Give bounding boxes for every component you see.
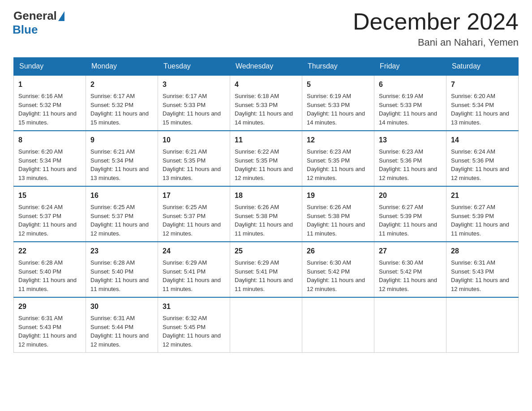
calendar-day-cell	[374, 297, 446, 353]
calendar-day-cell: 12Sunrise: 6:23 AMSunset: 5:35 PMDayligh…	[302, 131, 374, 186]
calendar-day-cell	[302, 297, 374, 353]
calendar-week-row: 1Sunrise: 6:16 AMSunset: 5:32 PMDaylight…	[14, 75, 519, 131]
calendar-week-row: 22Sunrise: 6:28 AMSunset: 5:40 PMDayligh…	[14, 242, 519, 297]
day-number: 23	[90, 246, 153, 257]
calendar-day-cell	[446, 297, 519, 353]
calendar-day-cell: 10Sunrise: 6:21 AMSunset: 5:35 PMDayligh…	[158, 131, 230, 186]
day-number: 29	[18, 301, 81, 312]
calendar-day-header: Tuesday	[158, 58, 230, 76]
calendar-day-cell: 14Sunrise: 6:24 AMSunset: 5:36 PMDayligh…	[446, 131, 519, 186]
calendar-day-cell: 7Sunrise: 6:20 AMSunset: 5:34 PMDaylight…	[446, 75, 519, 131]
day-number: 13	[379, 135, 442, 146]
calendar-day-cell: 29Sunrise: 6:31 AMSunset: 5:43 PMDayligh…	[14, 297, 86, 353]
calendar-day-cell: 9Sunrise: 6:21 AMSunset: 5:34 PMDaylight…	[86, 131, 158, 186]
location-subtitle: Bani an Nahari, Yemen	[353, 37, 519, 48]
calendar-day-cell	[230, 297, 302, 353]
logo-general-text: General	[13, 9, 57, 23]
page-header: General Blue December 2024 Bani an Nahar…	[13, 9, 519, 48]
calendar-day-cell: 21Sunrise: 6:27 AMSunset: 5:39 PMDayligh…	[446, 186, 519, 242]
calendar-day-cell: 24Sunrise: 6:29 AMSunset: 5:41 PMDayligh…	[158, 242, 230, 297]
calendar-day-cell: 6Sunrise: 6:19 AMSunset: 5:33 PMDaylight…	[374, 75, 446, 131]
day-number: 2	[90, 79, 153, 90]
day-number: 30	[90, 301, 153, 312]
calendar-day-header: Monday	[86, 58, 158, 76]
day-number: 7	[451, 79, 514, 90]
calendar-table: SundayMondayTuesdayWednesdayThursdayFrid…	[13, 57, 519, 353]
calendar-day-cell: 5Sunrise: 6:19 AMSunset: 5:33 PMDaylight…	[302, 75, 374, 131]
calendar-day-header: Friday	[374, 58, 446, 76]
day-number: 15	[18, 190, 81, 201]
day-number: 9	[90, 135, 153, 146]
day-number: 18	[235, 190, 297, 201]
calendar-day-header: Sunday	[14, 58, 86, 76]
calendar-week-row: 15Sunrise: 6:24 AMSunset: 5:37 PMDayligh…	[14, 186, 519, 242]
day-number: 16	[90, 190, 153, 201]
calendar-week-row: 8Sunrise: 6:20 AMSunset: 5:34 PMDaylight…	[14, 131, 519, 186]
day-number: 8	[18, 135, 81, 146]
title-section: December 2024 Bani an Nahari, Yemen	[353, 9, 519, 48]
calendar-day-cell: 8Sunrise: 6:20 AMSunset: 5:34 PMDaylight…	[14, 131, 86, 186]
month-title: December 2024	[353, 9, 519, 34]
calendar-day-cell: 11Sunrise: 6:22 AMSunset: 5:35 PMDayligh…	[230, 131, 302, 186]
calendar-day-cell: 22Sunrise: 6:28 AMSunset: 5:40 PMDayligh…	[14, 242, 86, 297]
day-number: 6	[379, 79, 442, 90]
day-number: 3	[163, 79, 225, 90]
calendar-day-cell: 26Sunrise: 6:30 AMSunset: 5:42 PMDayligh…	[302, 242, 374, 297]
day-number: 11	[235, 135, 297, 146]
day-number: 24	[163, 246, 225, 257]
day-number: 26	[307, 246, 369, 257]
calendar-day-cell: 17Sunrise: 6:25 AMSunset: 5:37 PMDayligh…	[158, 186, 230, 242]
calendar-day-cell: 19Sunrise: 6:26 AMSunset: 5:38 PMDayligh…	[302, 186, 374, 242]
calendar-day-cell: 20Sunrise: 6:27 AMSunset: 5:39 PMDayligh…	[374, 186, 446, 242]
day-number: 20	[379, 190, 442, 201]
day-number: 14	[451, 135, 514, 146]
logo: General Blue	[13, 9, 64, 37]
calendar-day-cell: 4Sunrise: 6:18 AMSunset: 5:33 PMDaylight…	[230, 75, 302, 131]
day-number: 28	[451, 246, 514, 257]
calendar-day-cell: 2Sunrise: 6:17 AMSunset: 5:32 PMDaylight…	[86, 75, 158, 131]
calendar-day-header: Thursday	[302, 58, 374, 76]
calendar-day-cell: 28Sunrise: 6:31 AMSunset: 5:43 PMDayligh…	[446, 242, 519, 297]
calendar-day-cell: 27Sunrise: 6:30 AMSunset: 5:42 PMDayligh…	[374, 242, 446, 297]
day-number: 25	[235, 246, 297, 257]
day-number: 4	[235, 79, 297, 90]
day-number: 17	[163, 190, 225, 201]
calendar-day-cell: 30Sunrise: 6:31 AMSunset: 5:44 PMDayligh…	[86, 297, 158, 353]
calendar-week-row: 29Sunrise: 6:31 AMSunset: 5:43 PMDayligh…	[14, 297, 519, 353]
calendar-day-cell: 16Sunrise: 6:25 AMSunset: 5:37 PMDayligh…	[86, 186, 158, 242]
day-number: 22	[18, 246, 81, 257]
calendar-day-cell: 23Sunrise: 6:28 AMSunset: 5:40 PMDayligh…	[86, 242, 158, 297]
calendar-day-cell: 13Sunrise: 6:23 AMSunset: 5:36 PMDayligh…	[374, 131, 446, 186]
day-number: 10	[163, 135, 225, 146]
calendar-day-cell: 31Sunrise: 6:32 AMSunset: 5:45 PMDayligh…	[158, 297, 230, 353]
day-number: 5	[307, 79, 369, 90]
calendar-day-cell: 1Sunrise: 6:16 AMSunset: 5:32 PMDaylight…	[14, 75, 86, 131]
calendar-day-cell: 25Sunrise: 6:29 AMSunset: 5:41 PMDayligh…	[230, 242, 302, 297]
calendar-day-header: Wednesday	[230, 58, 302, 76]
day-number: 21	[451, 190, 514, 201]
day-number: 12	[307, 135, 369, 146]
calendar-header-row: SundayMondayTuesdayWednesdayThursdayFrid…	[14, 58, 519, 76]
day-number: 27	[379, 246, 442, 257]
calendar-day-cell: 3Sunrise: 6:17 AMSunset: 5:33 PMDaylight…	[158, 75, 230, 131]
day-number: 31	[163, 301, 225, 312]
logo-triangle-icon	[58, 11, 64, 21]
calendar-day-cell: 15Sunrise: 6:24 AMSunset: 5:37 PMDayligh…	[14, 186, 86, 242]
calendar-day-header: Saturday	[446, 58, 519, 76]
day-number: 1	[18, 79, 81, 90]
calendar-day-cell: 18Sunrise: 6:26 AMSunset: 5:38 PMDayligh…	[230, 186, 302, 242]
day-number: 19	[307, 190, 369, 201]
logo-blue-text: Blue	[13, 23, 38, 37]
